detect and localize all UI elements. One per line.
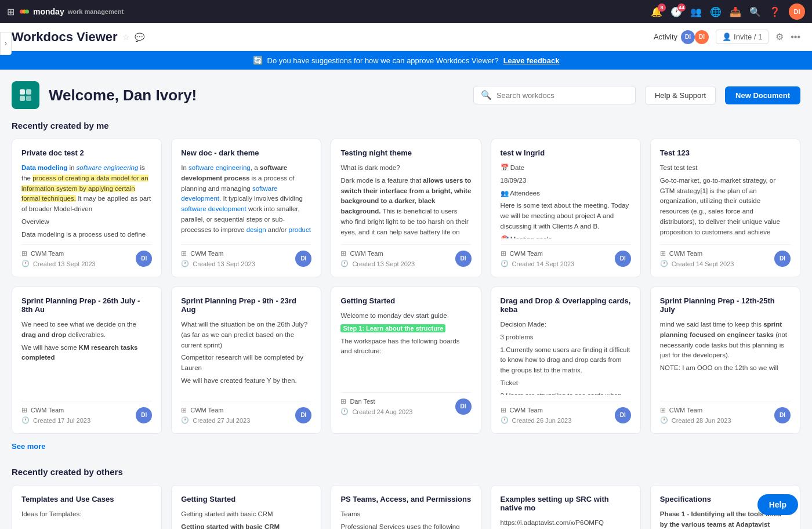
card-avatar: DI [295, 407, 311, 423]
team-icon: ⊞ [340, 397, 346, 405]
banner-link[interactable]: Leave feedback [503, 56, 560, 65]
welcome-row: Welcome, Dan Ivory! 🔍 Help & Support New… [12, 70, 800, 118]
page-header-right: Activity DI DI 👤 Invite / 1 ⚙ ••• [654, 30, 800, 44]
search-box[interactable]: 🔍 [473, 86, 636, 104]
apps-icon[interactable]: 🌐 [710, 6, 722, 17]
activity-label: Activity [654, 32, 677, 41]
help-support-button[interactable]: Help & Support [645, 86, 716, 105]
card-body: What will the situation be on the 26th J… [181, 320, 311, 395]
card-item[interactable]: Private doc test 2 Data modeling in soft… [12, 139, 162, 277]
card-title: Examples setting up SRC with native mo [501, 495, 631, 512]
team-name: CWM Team [510, 407, 543, 414]
search-icon[interactable]: 🔍 [749, 6, 761, 17]
card-body: Decision Made:3 problems1.Currently some… [501, 320, 631, 395]
team-icon: ⊞ [181, 249, 187, 258]
card-created-time: 🕐 Created 26 Jun 2023 [501, 416, 572, 424]
card-title: Getting Started [181, 495, 311, 503]
feedback-banner: 🔄 Do you have suggestions for how we can… [0, 51, 812, 70]
help-floating-button[interactable]: Help [757, 494, 798, 515]
card-team: ⊞ CWM Team [21, 406, 90, 414]
card-title: PS Teams, Access, and Permissions [340, 495, 471, 503]
invite-button[interactable]: 👤 Invite / 1 [716, 30, 768, 44]
card-item[interactable]: PS Teams, Access, and Permissions TeamsP… [331, 485, 481, 529]
card-item[interactable]: Testing night theme What is dark mode?Da… [331, 139, 481, 277]
card-item[interactable]: Examples setting up SRC with native mo h… [491, 485, 641, 529]
card-title: New doc - dark theme [181, 148, 311, 157]
star-icon[interactable]: ☆ [122, 32, 130, 42]
workdocs-logo [12, 81, 39, 109]
topnav-icons: 🔔 8 🕐 44 👥 🌐 📥 🔍 ❓ DI [651, 3, 805, 20]
created-date: Created 13 Sept 2023 [33, 260, 96, 267]
invite-label: Invite / 1 [734, 32, 762, 41]
clock-icon: 🕐 [21, 260, 30, 267]
card-body: https://i.adaptavist.com/x/P6OMFQ [501, 518, 631, 529]
more-options-icon[interactable]: ••• [791, 32, 800, 42]
card-item[interactable]: Getting Started Getting started with bas… [171, 485, 321, 529]
people-icon[interactable]: 👥 [690, 6, 702, 17]
svg-rect-5 [20, 96, 25, 101]
welcome-title: Welcome, Dan Ivory! [49, 86, 197, 104]
card-team: ⊞ CWM Team [501, 249, 575, 258]
card-body: 📅 Date18/09/23👥 AttendeesHere is some te… [501, 163, 631, 238]
card-body: TeamsProfessional Services uses the foll… [340, 509, 471, 529]
see-more-link[interactable]: See more [12, 442, 46, 451]
card-item[interactable]: Templates and Use Cases Ideas for Templa… [12, 485, 162, 529]
activity-avatar: DI [681, 30, 695, 44]
card-item[interactable]: Drag and Drop & Overlapping cards, keba … [491, 287, 641, 434]
search-input[interactable] [496, 91, 628, 100]
notification-bell-icon[interactable]: 🔔 8 [651, 6, 662, 17]
card-team: ⊞ CWM Team [501, 406, 572, 414]
clock-icon: 🕐 [660, 260, 668, 267]
svg-rect-6 [26, 96, 31, 101]
card-item[interactable]: Getting Started Welcome to monday dev st… [331, 287, 481, 434]
page-header: Workdocs Viewer ☆ 💬 Activity DI DI 👤 Inv… [0, 23, 812, 51]
card-body: We need to see what we decide on the dra… [21, 320, 152, 395]
card-item[interactable]: Test 123 Test test testGo-to-market, go-… [650, 139, 800, 277]
card-avatar: DI [455, 251, 472, 267]
settings-icon[interactable]: ⚙ [775, 31, 784, 42]
card-footer: ⊞ CWM Team 🕐 Created 14 Sept 2023 DI [660, 244, 791, 267]
team-icon: ⊞ [21, 406, 27, 414]
card-footer: ⊞ CWM Team 🕐 Created 13 Sept 2023 DI [21, 244, 152, 267]
clock-icon[interactable]: 🕐 44 [670, 6, 682, 17]
help-icon[interactable]: ❓ [769, 6, 781, 17]
card-created-time: 🕐 Created 24 Aug 2023 [340, 408, 412, 415]
card-avatar: DI [295, 251, 311, 267]
card-footer: ⊞ CWM Team 🕐 Created 27 Jul 2023 DI [181, 401, 311, 424]
team-icon: ⊞ [501, 406, 506, 414]
card-item[interactable]: New doc - dark theme In software enginee… [171, 139, 321, 277]
monday-icon [19, 6, 30, 17]
card-footer: ⊞ CWM Team 🕐 Created 17 Jul 2023 DI [21, 401, 152, 424]
new-document-button[interactable]: New Document [725, 86, 800, 104]
sidebar-toggle[interactable]: › [0, 32, 12, 55]
card-created-time: 🕐 Created 14 Sept 2023 [660, 260, 734, 267]
card-item[interactable]: test w Ingrid 📅 Date18/09/23👥 AttendeesH… [491, 139, 641, 277]
card-created-time: 🕐 Created 17 Jul 2023 [21, 416, 90, 424]
activity-button[interactable]: Activity DI DI [654, 30, 709, 44]
inbox-icon[interactable]: 📥 [730, 6, 741, 17]
team-name: CWM Team [190, 250, 223, 257]
team-name: CWM Team [510, 250, 543, 257]
comment-icon[interactable]: 💬 [135, 32, 144, 42]
svg-rect-3 [20, 89, 25, 95]
team-icon: ⊞ [660, 406, 666, 414]
activity-avatar-2: DI [695, 30, 709, 44]
user-avatar[interactable]: DI [789, 3, 805, 20]
clock-icon: 🕐 [21, 416, 30, 424]
card-body: Test test testGo-to-market, go-to-market… [660, 163, 791, 238]
card-item[interactable]: Sprint Planning Prep - 12th-25th July mi… [650, 287, 800, 434]
search-icon: 🔍 [481, 90, 492, 100]
clock-icon: 🕐 [501, 416, 509, 424]
card-item[interactable]: Sprint Planning Prep - 26th July - 8th A… [12, 287, 162, 434]
grid-icon[interactable]: ⊞ [7, 6, 14, 17]
team-name: CWM Team [31, 250, 64, 257]
card-item[interactable]: Sprint Planning Prep - 9th - 23rd Aug Wh… [171, 287, 321, 434]
card-title: Sprint Planning Prep - 9th - 23rd Aug [181, 296, 311, 314]
team-name: CWM Team [350, 250, 383, 257]
card-avatar: DI [774, 407, 791, 423]
main-content: Welcome, Dan Ivory! 🔍 Help & Support New… [0, 70, 812, 529]
team-icon: ⊞ [501, 249, 506, 258]
brand-name: monday [33, 7, 64, 16]
card-team: ⊞ CWM Team [181, 249, 255, 258]
card-created-time: 🕐 Created 13 Sept 2023 [21, 260, 96, 267]
